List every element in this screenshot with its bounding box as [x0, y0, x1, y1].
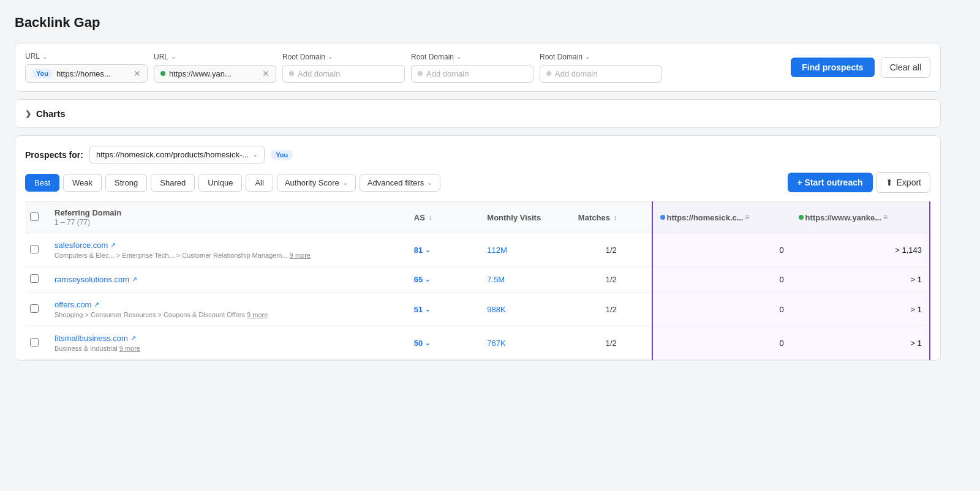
th-homesick[interactable]: https://homesick.c... ≡	[652, 202, 791, 233]
th-as[interactable]: AS ↕	[407, 202, 480, 233]
authority-score-filter[interactable]: Authority Score ⌄	[277, 174, 356, 192]
show-more[interactable]: 9 more	[290, 252, 311, 259]
visits-value: 112M	[487, 246, 507, 255]
url-chevron-3: ⌄	[328, 53, 333, 60]
table-row: ramseysolutions.com ↗ 65 ⌄ 7.5M 1/2 0 > …	[25, 267, 930, 293]
th-yankee[interactable]: https://www.yanke... ≡	[791, 202, 930, 233]
url-text-1: https://homes...	[56, 69, 130, 78]
url-text-2: https://www.yan...	[169, 69, 258, 78]
close-url-1[interactable]: ✕	[134, 69, 141, 78]
matches-cell: 1/2	[571, 326, 652, 360]
url-input-5[interactable]: Add domain	[540, 65, 662, 83]
homesick-count: 0	[779, 275, 783, 284]
url-input-1[interactable]: You https://homes... ✕	[25, 64, 148, 83]
start-outreach-button[interactable]: + Start outreach	[788, 173, 873, 192]
yankee-value-cell: > 1,143	[791, 233, 930, 267]
th-monthly-visits: Monthly Visits	[480, 202, 571, 233]
category-path: Business & Industrial 9 more	[55, 345, 399, 352]
th-referring-domain: Referring Domain 1 – 77 (77)	[47, 202, 407, 233]
url-input-3[interactable]: Add domain	[282, 65, 405, 83]
tab-best[interactable]: Best	[25, 174, 59, 192]
domain-link[interactable]: salesforce.com ↗	[55, 241, 399, 250]
row-checkbox-cell[interactable]	[25, 267, 47, 293]
as-cell: 65 ⌄	[407, 267, 480, 293]
url-input-4[interactable]: Add domain	[411, 65, 533, 83]
matches-value: 1/2	[606, 246, 617, 255]
url-input-2[interactable]: https://www.yan... ✕	[154, 65, 276, 83]
referring-domain-cell: offers.com ↗ Shopping > Consumer Resourc…	[47, 293, 407, 326]
as-number: 51	[414, 305, 423, 314]
row-checkbox-cell[interactable]	[25, 293, 47, 326]
select-all-checkbox[interactable]	[30, 212, 39, 221]
dot-green-2	[160, 71, 165, 76]
homesick-count: 0	[779, 339, 783, 348]
show-more[interactable]: 9 more	[247, 311, 268, 318]
prospects-for-row: Prospects for: https://homesick.com/prod…	[25, 146, 930, 163]
yankee-count: > 1	[911, 305, 922, 314]
yankee-value-cell: > 1	[791, 267, 930, 293]
you-badge-prospects: You	[271, 150, 293, 160]
table-row: salesforce.com ↗ Computers & Elec... > E…	[25, 233, 930, 267]
matches-value: 1/2	[606, 305, 617, 314]
tab-all[interactable]: All	[246, 174, 273, 192]
th-select-all[interactable]	[25, 202, 47, 233]
url-placeholder-4: Add domain	[426, 69, 469, 78]
dot-green-yankee	[799, 215, 804, 220]
row-checkbox[interactable]	[30, 304, 39, 313]
url-placeholder-5: Add domain	[555, 69, 597, 78]
url-chevron-2: ⌄	[171, 53, 176, 60]
row-checkbox[interactable]	[30, 245, 39, 253]
filter-row: Best Weak Strong Shared Unique All Autho…	[25, 172, 930, 193]
homesick-value-cell: 0	[652, 233, 791, 267]
tab-weak[interactable]: Weak	[63, 174, 102, 192]
tab-shared[interactable]: Shared	[151, 174, 195, 192]
row-checkbox-cell[interactable]	[25, 233, 47, 267]
url-placeholder-3: Add domain	[298, 69, 340, 78]
yankee-count: > 1,143	[895, 246, 922, 255]
domain-link[interactable]: fitsmallbusiness.com ↗	[55, 334, 399, 343]
close-url-2[interactable]: ✕	[262, 69, 270, 78]
yankee-filter-icon: ≡	[883, 213, 888, 222]
external-link-icon: ↗	[94, 301, 99, 309]
prospects-dropdown[interactable]: https://homesick.com/products/homesick-.…	[89, 146, 265, 163]
homesick-count: 0	[779, 246, 783, 255]
visits-value: 988K	[487, 305, 505, 314]
matches-cell: 1/2	[571, 233, 652, 267]
start-outreach-label: + Start outreach	[797, 178, 863, 187]
tab-strong[interactable]: Strong	[105, 174, 147, 192]
tab-unique[interactable]: Unique	[198, 174, 242, 192]
homesick-value-cell: 0	[652, 267, 791, 293]
export-button[interactable]: ⬆ Export	[876, 172, 930, 193]
url-chevron-4: ⌄	[456, 53, 461, 60]
row-checkbox-cell[interactable]	[25, 326, 47, 360]
domain-link[interactable]: ramseysolutions.com ↗	[55, 275, 399, 284]
th-matches[interactable]: Matches ↕	[571, 202, 652, 233]
prospects-dropdown-chevron: ⌄	[252, 151, 258, 159]
url-row: URL ⌄ You https://homes... ✕ URL ⌄ https…	[25, 52, 930, 83]
charts-chevron-icon: ❯	[25, 110, 31, 118]
visits-cell: 767K	[480, 326, 571, 360]
visits-value: 767K	[487, 339, 505, 348]
as-cell: 50 ⌄	[407, 326, 480, 360]
as-sort-icon: ↕	[429, 214, 432, 221]
as-down-icon: ⌄	[425, 340, 430, 347]
advanced-filters-dropdown[interactable]: Advanced filters ⌄	[360, 174, 441, 192]
domain-link[interactable]: offers.com ↗	[55, 300, 399, 309]
url-label-5[interactable]: Root Domain ⌄	[540, 53, 662, 61]
url-label-3[interactable]: Root Domain ⌄	[282, 53, 405, 61]
url-label-2[interactable]: URL ⌄	[154, 53, 276, 61]
url-label-4[interactable]: Root Domain ⌄	[411, 53, 533, 61]
export-label: Export	[897, 178, 921, 187]
charts-header[interactable]: ❯ Charts	[25, 108, 930, 119]
show-more[interactable]: 9 more	[119, 345, 140, 352]
row-checkbox[interactable]	[30, 338, 39, 347]
row-checkbox[interactable]	[30, 274, 39, 283]
results-table: Referring Domain 1 – 77 (77) AS ↕	[25, 201, 930, 360]
charts-section: ❯ Charts	[15, 99, 941, 128]
url-label-1[interactable]: URL ⌄	[25, 52, 148, 61]
find-prospects-button[interactable]: Find prospects	[791, 58, 874, 77]
category-path: Shopping > Consumer Resources > Coupons …	[55, 311, 399, 318]
clear-all-button[interactable]: Clear all	[881, 57, 930, 78]
url-group-4: Root Domain ⌄ Add domain	[411, 53, 533, 83]
matches-cell: 1/2	[571, 267, 652, 293]
